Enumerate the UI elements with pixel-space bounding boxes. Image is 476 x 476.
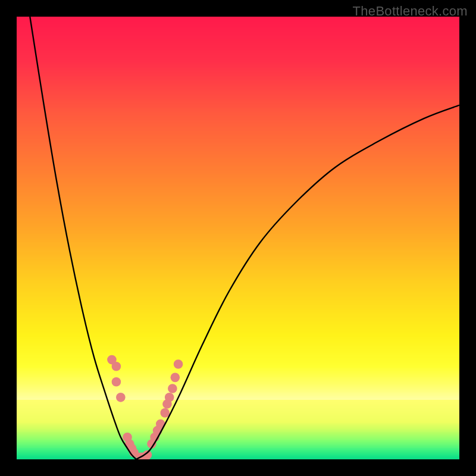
watermark-text: TheBottleneck.com <box>353 4 468 19</box>
chart-frame: TheBottleneck.com <box>0 0 476 476</box>
scatter-point <box>171 373 180 383</box>
scatter-point <box>174 359 183 369</box>
bottleneck-curve-right <box>136 105 459 459</box>
scatter-point <box>160 408 170 418</box>
scatter-point <box>112 362 121 371</box>
scatter-point <box>116 393 126 402</box>
scatter-point <box>165 393 174 402</box>
chart-svg <box>17 17 459 459</box>
scatter-point <box>168 384 177 393</box>
scatter-point <box>112 377 121 387</box>
scatter-group <box>107 355 183 459</box>
plot-area <box>17 17 459 459</box>
